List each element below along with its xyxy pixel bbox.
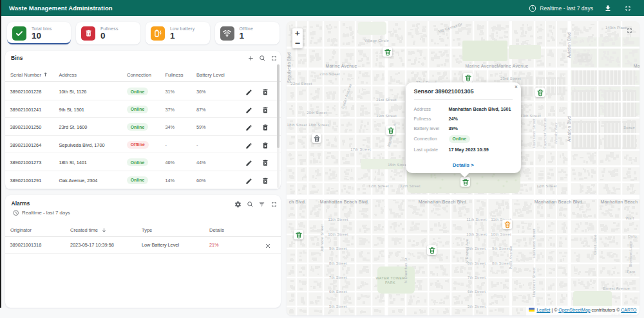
svg-text:WATER TOWER: WATER TOWER bbox=[375, 276, 404, 280]
svg-text:17th Street: 17th Street bbox=[350, 147, 371, 151]
svg-text:N Rowell Ave: N Rowell Ave bbox=[465, 239, 469, 263]
svg-text:Farn: Farn bbox=[627, 270, 635, 274]
svg-text:Harkness Street: Harkness Street bbox=[532, 118, 536, 148]
svg-text:8th Street: 8th Street bbox=[329, 261, 347, 265]
svg-text:7th Street: 7th Street bbox=[329, 276, 347, 279]
svg-text:Marine Avenue: Marine Avenue bbox=[325, 64, 357, 68]
svg-text:Aviation Blvd: Aviation Blvd bbox=[567, 32, 571, 58]
svg-text:12th Street: 12th Street bbox=[368, 184, 389, 188]
svg-text:10th Street: 10th Street bbox=[491, 232, 511, 236]
svg-text:9th Street: 9th Street bbox=[329, 247, 347, 250]
svg-text:Dufo: Dufo bbox=[628, 234, 636, 238]
svg-text:Blossom Lane: Blossom Lane bbox=[629, 241, 632, 267]
svg-text:5th Street: 5th Street bbox=[329, 304, 347, 308]
svg-text:10th Street: 10th Street bbox=[466, 232, 487, 236]
svg-text:5th Street: 5th Street bbox=[468, 304, 486, 308]
svg-text:8th Street: 8th Street bbox=[468, 261, 486, 265]
svg-text:PARK: PARK bbox=[385, 281, 395, 285]
svg-text:11th Street: 11th Street bbox=[328, 218, 348, 221]
svg-text:Manhattan Beach B: Manhattan Beach B bbox=[601, 200, 639, 204]
svg-text:12th Street: 12th Street bbox=[400, 184, 421, 188]
svg-text:9th Street: 9th Street bbox=[468, 247, 486, 250]
svg-text:Mar: Mar bbox=[634, 64, 639, 68]
svg-text:Crest Lane: Crest Lane bbox=[593, 234, 597, 254]
svg-text:20th Street: 20th Street bbox=[307, 111, 327, 115]
svg-text:23rd Street: 23rd Street bbox=[500, 77, 521, 80]
svg-text:ch Blvd.: ch Blvd. bbox=[289, 200, 307, 204]
svg-text:22nd Street: 22nd Street bbox=[290, 82, 312, 86]
svg-text:6th Street: 6th Street bbox=[468, 290, 486, 294]
svg-text:Village Circle: Village Circle bbox=[365, 39, 389, 42]
svg-text:Manhattan Beach Blvd.: Manhattan Beach Blvd. bbox=[535, 200, 584, 204]
svg-text:149th Place: 149th Place bbox=[605, 26, 627, 30]
svg-text:18th Street 18th Street: 18th Street 18th Street bbox=[287, 123, 328, 127]
svg-text:6th Street: 6th Street bbox=[329, 290, 347, 294]
svg-text:7th Street: 7th Street bbox=[468, 276, 486, 279]
svg-text:Wendy Way: Wendy Way bbox=[554, 122, 558, 144]
svg-text:Harkness Street: Harkness Street bbox=[532, 229, 536, 258]
svg-text:Manhattan Beach Blvd.: Manhattan Beach Blvd. bbox=[419, 200, 468, 204]
svg-text:19th Street: 19th Street bbox=[520, 114, 541, 118]
svg-text:Marine Avenue: Marine Avenue bbox=[497, 64, 528, 68]
svg-text:21st Street: 21st Street bbox=[376, 98, 396, 102]
svg-text:Faymont Avenue: Faymont Avenue bbox=[543, 118, 547, 149]
svg-text:Manhattan Beach Blvd.: Manhattan Beach Blvd. bbox=[320, 200, 370, 204]
svg-text:Peck Avenue: Peck Avenue bbox=[509, 245, 513, 269]
svg-text:Aviation Blvd: Aviation Blvd bbox=[567, 116, 571, 142]
svg-text:23rd Street: 23rd Street bbox=[319, 72, 340, 76]
svg-text:Ernest Avenue: Ernest Avenue bbox=[603, 286, 630, 290]
svg-text:Harkness Street: Harkness Street bbox=[532, 267, 536, 297]
svg-text:10th Street: 10th Street bbox=[328, 232, 348, 236]
svg-text:Warf: Warf bbox=[625, 216, 634, 220]
svg-text:11th Street: 11th Street bbox=[466, 218, 486, 221]
svg-text:Sepulveda Blvd: Sepulveda Blvd bbox=[287, 52, 292, 83]
svg-text:12th Street: 12th Street bbox=[536, 184, 557, 188]
svg-text:19th Street: 19th Street bbox=[376, 114, 397, 118]
svg-text:Space: Space bbox=[623, 126, 635, 129]
svg-text:Johnson Street: Johnson Street bbox=[320, 224, 324, 252]
svg-text:9th Street: 9th Street bbox=[492, 247, 510, 250]
svg-text:Marine Avenue: Marine Avenue bbox=[465, 64, 497, 68]
svg-text:8th Street: 8th Street bbox=[492, 261, 510, 265]
